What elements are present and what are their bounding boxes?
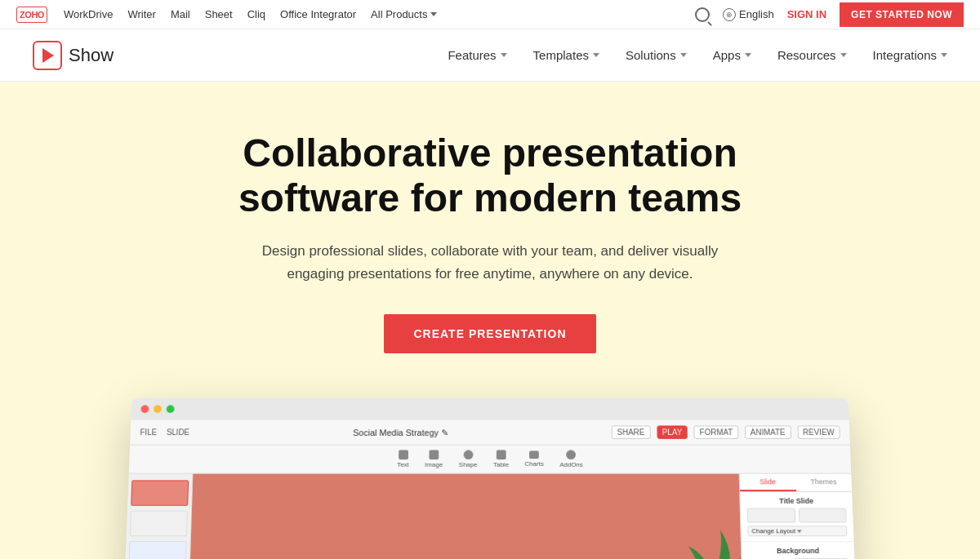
table-tool[interactable]: Table: [493, 450, 509, 468]
window-maximize-icon[interactable]: [167, 405, 175, 413]
title-slide-preview: [747, 508, 847, 522]
window-minimize-icon[interactable]: [154, 405, 162, 413]
plant-decoration: [651, 506, 743, 559]
solutions-chevron-icon: [680, 53, 687, 57]
addons-icon: [566, 450, 576, 459]
addons-tool[interactable]: AddOns: [559, 450, 583, 468]
resources-chevron-icon: [840, 53, 847, 57]
image-icon: [429, 450, 439, 459]
change-layout-dropdown[interactable]: Change Layout: [747, 526, 847, 536]
image-tool[interactable]: Image: [425, 450, 443, 468]
file-menu[interactable]: FILE: [140, 428, 157, 437]
charts-icon: [529, 450, 539, 459]
hero-subtitle: Design professional slides, collaborate …: [253, 240, 727, 284]
doc-title: Social Media Strategy ✎: [199, 427, 602, 438]
brand-icon: [33, 41, 62, 70]
background-section: Background Fill Follow Layout Apply To A…: [742, 542, 856, 559]
format-panel: Slide Themes Title Slide Change Layout: [739, 473, 858, 559]
top-bar-right: ⊕ English SIGN IN GET STARTED NOW: [695, 2, 964, 27]
main-slide-canvas: Social Media Strategy: [188, 473, 743, 559]
topnav-cliq[interactable]: Cliq: [247, 8, 265, 20]
window-close-icon[interactable]: [140, 405, 149, 413]
layout-preview-box: [747, 508, 795, 522]
app-preview-wrapper: FILE SLIDE Social Media Strategy ✎ SHARE…: [122, 394, 858, 559]
topnav-workdrive[interactable]: WorkDrive: [64, 8, 113, 20]
nav-apps[interactable]: Apps: [713, 48, 751, 62]
hero-section: Collaborative presentation software for …: [0, 82, 980, 559]
all-products-button[interactable]: All Products: [371, 8, 437, 20]
slide-menu[interactable]: SLIDE: [167, 428, 190, 437]
app-preview: FILE SLIDE Social Media Strategy ✎ SHARE…: [122, 398, 858, 559]
review-button[interactable]: REVIEW: [797, 425, 840, 438]
nav-templates[interactable]: Templates: [533, 48, 599, 62]
all-products-chevron-icon: [430, 12, 437, 16]
layout-section: Title Slide Change Layout: [740, 492, 853, 542]
plant-svg: [651, 506, 743, 559]
format-tabs: Slide Themes: [740, 473, 852, 491]
table-icon: [497, 450, 506, 459]
top-bar: ZOHO WorkDrive Writer Mail Sheet Cliq Of…: [0, 0, 980, 29]
format-tab-slide[interactable]: Slide: [740, 473, 796, 490]
toolbar-buttons: SHARE PLAY FORMAT ANIMATE REVIEW: [612, 425, 840, 438]
slide-thumb-1[interactable]: 1: [131, 480, 189, 505]
layout-preview-box-2: [798, 508, 846, 522]
slides-panel: 1 2 3 4 5: [122, 473, 193, 559]
nav-integrations[interactable]: Integrations: [873, 48, 947, 62]
charts-tool[interactable]: Charts: [524, 450, 543, 467]
shape-icon: [463, 450, 473, 459]
slide-thumb-2[interactable]: 2: [130, 510, 188, 536]
main-nav-links: Features Templates Solutions Apps Resour…: [163, 48, 947, 62]
background-title: Background: [748, 547, 848, 555]
features-chevron-icon: [501, 53, 507, 57]
play-triangle-icon: [42, 48, 54, 63]
globe-icon: ⊕: [723, 8, 736, 21]
get-started-button[interactable]: GET STARTED NOW: [840, 2, 964, 27]
language-selector[interactable]: ⊕ English: [723, 8, 774, 21]
layout-title: Title Slide: [746, 497, 846, 505]
templates-chevron-icon: [593, 53, 599, 57]
format-button[interactable]: FORMAT: [694, 425, 739, 438]
topnav-sheet[interactable]: Sheet: [205, 8, 233, 20]
integrations-chevron-icon: [941, 53, 947, 57]
window-bar: [131, 398, 849, 420]
hero-title: Collaborative presentation software for …: [172, 131, 808, 220]
shape-tool[interactable]: Shape: [459, 450, 478, 468]
top-bar-nav: WorkDrive Writer Mail Sheet Cliq Office …: [64, 8, 679, 20]
topnav-writer[interactable]: Writer: [127, 8, 155, 20]
nav-features[interactable]: Features: [448, 48, 506, 62]
zoho-text: ZOHO: [16, 7, 47, 23]
create-presentation-button[interactable]: CREATE PRESENTATION: [384, 314, 595, 353]
zoho-logo[interactable]: ZOHO: [16, 7, 47, 23]
text-tool[interactable]: Text: [397, 450, 409, 468]
icon-bar: Text Image Shape Table Charts: [129, 445, 852, 473]
nav-solutions[interactable]: Solutions: [626, 48, 687, 62]
play-button[interactable]: PLAY: [657, 425, 688, 438]
layout-dropdown-chevron: [797, 530, 802, 533]
animate-button[interactable]: ANIMATE: [745, 425, 791, 438]
share-button[interactable]: SHARE: [612, 425, 651, 438]
app-body: 1 2 3 4 5: [122, 473, 858, 559]
topnav-office-integrator[interactable]: Office Integrator: [280, 8, 356, 20]
brand-logo[interactable]: Show: [33, 41, 114, 70]
apps-chevron-icon: [745, 53, 751, 57]
slide-thumb-3[interactable]: 3: [128, 541, 187, 559]
brand-name: Show: [69, 45, 114, 66]
app-toolbar: FILE SLIDE Social Media Strategy ✎ SHARE…: [130, 419, 850, 445]
sign-in-button[interactable]: SIGN IN: [787, 8, 826, 20]
topnav-mail[interactable]: Mail: [171, 8, 190, 20]
main-nav: Show Features Templates Solutions Apps R…: [0, 29, 980, 82]
text-icon: [399, 450, 408, 459]
search-icon[interactable]: [695, 7, 710, 22]
nav-resources[interactable]: Resources: [777, 48, 847, 62]
format-tab-themes[interactable]: Themes: [795, 473, 852, 490]
